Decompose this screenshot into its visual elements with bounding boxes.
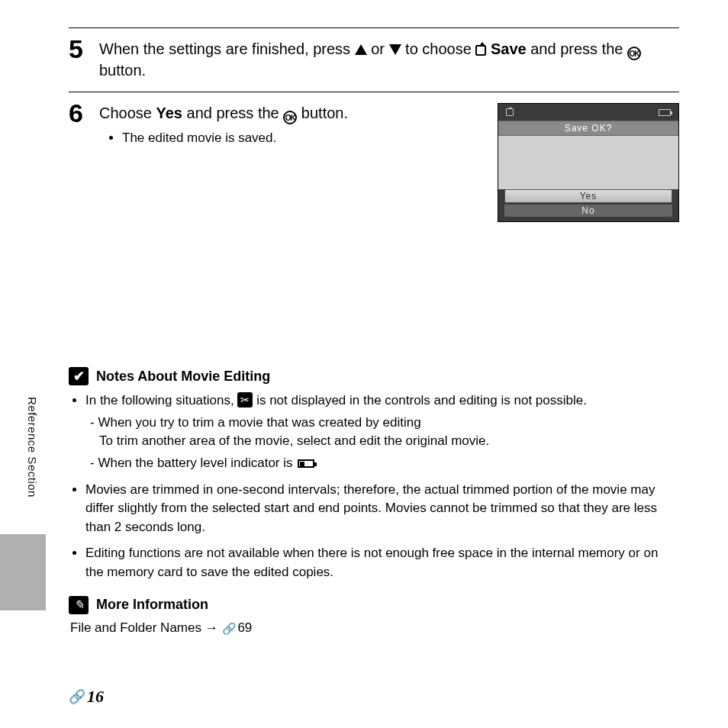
up-arrow-icon (355, 44, 367, 55)
playback-icon (506, 108, 514, 116)
dialog-no-option: No (504, 205, 672, 217)
more-info-text: File and Folder Names → 🔗69 (70, 620, 679, 636)
reference-section-icon: 🔗 (69, 688, 85, 705)
notes-about-movie-editing: ✔ Notes About Movie Editing In the follo… (69, 367, 679, 582)
rule-top (69, 27, 679, 28)
note-item-1: In the following situations, ✂ is not di… (85, 391, 679, 473)
ok-button-icon: OK (627, 47, 641, 60)
text: and press the (182, 105, 283, 121)
page-footer: 🔗16 (69, 687, 104, 707)
text: button. (297, 105, 348, 121)
step-5: 5 When the settings are finished, press … (69, 36, 679, 81)
yes-word: Yes (156, 105, 182, 121)
page-ref: 69 (237, 620, 252, 635)
text: or (371, 40, 388, 57)
battery-low-icon (298, 459, 314, 468)
text: To trim another area of the movie, selec… (99, 432, 489, 451)
step-number: 6 (69, 100, 99, 126)
page-number: 16 (87, 687, 104, 707)
step-5-text: When the settings are finished, press or… (99, 39, 679, 81)
checkmark-note-icon: ✔ (69, 367, 89, 385)
camera-save-dialog: Save OK? Yes No (498, 103, 679, 222)
more-information-block: ✎ More Information File and Folder Names… (69, 596, 679, 636)
text: When the battery level indicator is (98, 456, 296, 470)
more-info-title: More Information (96, 597, 208, 613)
text: File and Folder Names → (70, 620, 221, 635)
note-sub-1a: When you try to trim a movie that was cr… (90, 414, 679, 451)
step-6: 6 Choose Yes and press the OK button. Th… (69, 100, 679, 222)
text: button. (99, 62, 146, 79)
note-item-2: Movies are trimmed in one-second interva… (85, 481, 679, 537)
step-6-bullet: The edited movie is saved. (122, 130, 482, 146)
text: When you try to trim a movie that was cr… (98, 415, 420, 430)
text: is not displayed in the controls and edi… (253, 393, 587, 407)
dialog-yes-option: Yes (504, 189, 672, 203)
notes-title: Notes About Movie Editing (96, 369, 270, 385)
note-sub-1b: When the battery level indicator is (90, 454, 679, 473)
ok-button-icon: OK (283, 111, 297, 124)
save-card-icon (475, 45, 486, 56)
text: and press the (530, 40, 627, 57)
note-item-3: Editing functions are not available when… (85, 544, 679, 581)
dialog-banner: Save OK? (498, 121, 678, 136)
side-tab-label: Reference Section (26, 397, 39, 498)
reference-section-icon: 🔗 (222, 622, 237, 636)
save-label: Save (491, 40, 527, 57)
rule-between (69, 92, 679, 92)
step-number: 5 (69, 36, 99, 62)
page-content: 5 When the settings are finished, press … (69, 27, 679, 636)
side-index-tab-bg (0, 534, 46, 610)
down-arrow-icon (389, 44, 401, 55)
scissors-icon: ✂ (237, 392, 253, 407)
pencil-note-icon: ✎ (69, 596, 89, 614)
text: Choose (99, 105, 156, 121)
text: When the settings are finished, press (99, 40, 355, 57)
text: to choose (405, 40, 475, 57)
text: In the following situations, (85, 393, 237, 407)
step-6-text: Choose Yes and press the OK button. (99, 103, 482, 124)
dialog-body (498, 136, 678, 189)
battery-icon (659, 109, 671, 116)
